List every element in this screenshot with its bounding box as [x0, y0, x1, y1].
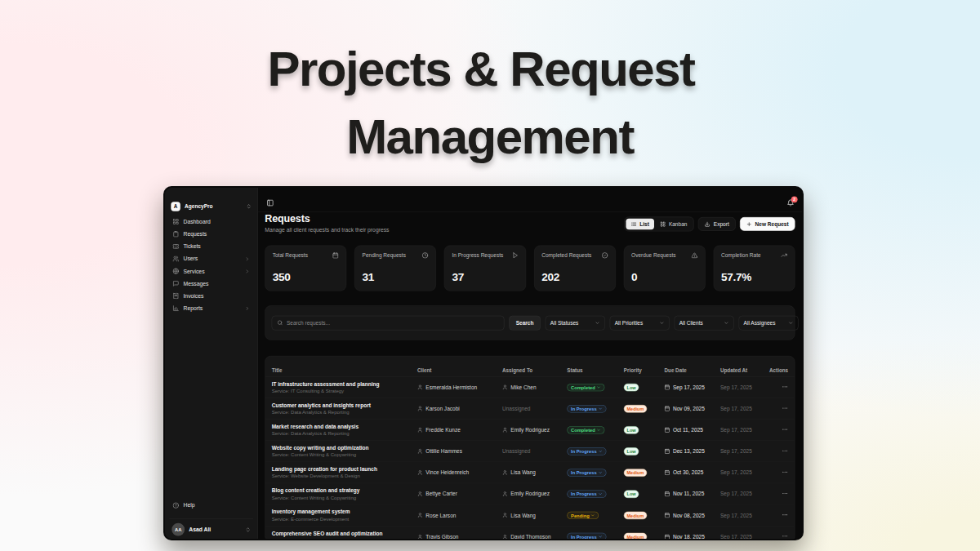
- calendar-icon: [665, 406, 670, 411]
- alert-triangle-icon: [691, 252, 697, 259]
- new-request-button[interactable]: New Request: [740, 217, 795, 231]
- filter-bar: Search requests... Search All Statuses A…: [265, 305, 795, 340]
- filter-dropdown-all-clients[interactable]: All Clients: [674, 316, 733, 331]
- user-icon: [502, 513, 508, 518]
- user-icon: [417, 513, 423, 518]
- stat-card-value: 202: [541, 271, 608, 284]
- status-badge[interactable]: In Progress: [567, 447, 606, 455]
- sidebar-item-label: Tickets: [183, 243, 200, 250]
- ellipsis-icon: [782, 491, 788, 497]
- chevron-right-icon: [245, 269, 250, 273]
- calendar-icon: [332, 252, 339, 259]
- user-icon: [417, 449, 423, 455]
- status-badge[interactable]: Completed: [567, 426, 604, 433]
- status-badge[interactable]: Pending: [567, 512, 599, 519]
- status-badge[interactable]: In Progress: [567, 405, 606, 412]
- search-input[interactable]: Search requests...: [272, 316, 505, 331]
- user-icon: [417, 470, 423, 476]
- kanban-view-button[interactable]: Kanban: [655, 219, 693, 230]
- table-row[interactable]: Blog content creation and strategy Servi…: [265, 483, 795, 504]
- clipboard-icon: [172, 231, 179, 238]
- row-actions-button[interactable]: [767, 512, 788, 519]
- chevrons-up-down-icon[interactable]: [246, 203, 252, 209]
- sidebar-item-tickets[interactable]: Tickets: [169, 240, 253, 252]
- table-row[interactable]: Customer analytics and insights report S…: [265, 398, 795, 420]
- list-view-button[interactable]: List: [626, 219, 654, 230]
- ellipsis-icon: [782, 469, 788, 475]
- stat-card-label: In Progress Requests: [452, 252, 503, 258]
- table-row[interactable]: IT infrastructure assessment and plannin…: [265, 377, 795, 398]
- brand-name: AgencyPro: [185, 203, 242, 209]
- sidebar-item-users[interactable]: Users: [169, 252, 253, 264]
- panel-left-icon[interactable]: [266, 199, 274, 207]
- chevron-down-icon: [659, 320, 664, 325]
- stat-card: Pending Requests 31: [354, 246, 436, 291]
- sidebar-item-label: Reports: [183, 305, 203, 312]
- row-actions-button[interactable]: [767, 384, 788, 391]
- sidebar-footer: Help AA Asad Ali: [165, 496, 257, 540]
- clock-icon: [422, 252, 429, 259]
- table-row[interactable]: Inventory management system Service: E-c…: [265, 505, 795, 527]
- row-actions-button[interactable]: [767, 426, 788, 433]
- stat-card-label: Overdue Requests: [631, 252, 675, 258]
- sidebar-item-messages[interactable]: Messages: [169, 278, 253, 290]
- user-icon: [417, 384, 423, 390]
- row-actions-button[interactable]: [767, 491, 788, 498]
- status-badge[interactable]: In Progress: [567, 469, 606, 476]
- chevrons-up-down-icon: [245, 527, 251, 532]
- ticket-icon: [172, 243, 179, 250]
- status-badge[interactable]: In Progress: [567, 533, 606, 540]
- list-icon: [631, 221, 637, 227]
- table-row[interactable]: Website copy writing and optimization Se…: [265, 441, 795, 462]
- sidebar-item-label: Messages: [183, 280, 208, 287]
- table-row[interactable]: Landing page creation for product launch…: [265, 462, 795, 483]
- stat-card: In Progress Requests 37: [444, 246, 526, 291]
- priority-badge: Medium: [624, 469, 647, 476]
- help-label: Help: [183, 502, 194, 509]
- calendar-icon: [665, 427, 670, 433]
- row-actions-button[interactable]: [767, 533, 788, 540]
- chevron-down-icon: [598, 535, 602, 539]
- table-row[interactable]: Market research and data analysis Servic…: [265, 420, 795, 441]
- notifications-button[interactable]: 2: [787, 199, 795, 207]
- search-button[interactable]: Search: [509, 316, 541, 331]
- app-window: A AgencyPro Dashboard Requests Tickets U…: [163, 186, 804, 540]
- filter-dropdown-all-statuses[interactable]: All Statuses: [546, 316, 605, 331]
- sidebar-item-services[interactable]: Services: [169, 265, 253, 278]
- sidebar-header[interactable]: A AgencyPro: [165, 188, 257, 212]
- status-badge[interactable]: Completed: [567, 384, 604, 391]
- calendar-icon: [665, 470, 670, 476]
- sidebar-item-dashboard[interactable]: Dashboard: [169, 216, 253, 228]
- column-header-title: Title: [272, 367, 417, 373]
- calendar-icon: [665, 449, 670, 455]
- new-request-label: New Request: [755, 221, 789, 227]
- row-actions-button[interactable]: [767, 447, 788, 455]
- sidebar-item-label: Requests: [183, 231, 207, 238]
- sidebar-item-invoices[interactable]: Invoices: [169, 290, 253, 302]
- sidebar-item-reports[interactable]: Reports: [169, 302, 253, 314]
- user-menu[interactable]: AA Asad Ali: [169, 518, 253, 536]
- sidebar-item-requests[interactable]: Requests: [169, 228, 253, 240]
- chevron-down-icon: [596, 428, 600, 432]
- table-header: TitleClientAssigned ToStatusPriorityDue …: [265, 357, 795, 377]
- row-actions-button[interactable]: [767, 469, 788, 476]
- filter-dropdown-all-assignees[interactable]: All Assignees: [738, 316, 798, 331]
- table-row[interactable]: Comprehensive SEO audit and optimization…: [265, 527, 795, 540]
- column-header-assigned-to: Assigned To: [502, 367, 567, 373]
- message-icon: [172, 280, 179, 287]
- sidebar-item-help[interactable]: Help: [169, 500, 253, 512]
- user-icon: [417, 534, 423, 540]
- filter-dropdown-all-priorities[interactable]: All Priorities: [609, 316, 669, 331]
- user-icon: [417, 406, 423, 411]
- priority-badge: Medium: [624, 405, 647, 412]
- user-avatar: AA: [172, 523, 185, 536]
- export-button[interactable]: Export: [698, 217, 736, 231]
- calendar-icon: [665, 491, 670, 497]
- invoice-icon: [172, 293, 179, 300]
- status-badge[interactable]: In Progress: [567, 491, 606, 498]
- row-actions-button[interactable]: [767, 405, 788, 412]
- stat-card-value: 31: [363, 271, 429, 284]
- topbar: 2: [258, 188, 804, 212]
- stat-card-label: Completed Requests: [541, 252, 591, 258]
- column-header-due-date: Due Date: [665, 367, 720, 373]
